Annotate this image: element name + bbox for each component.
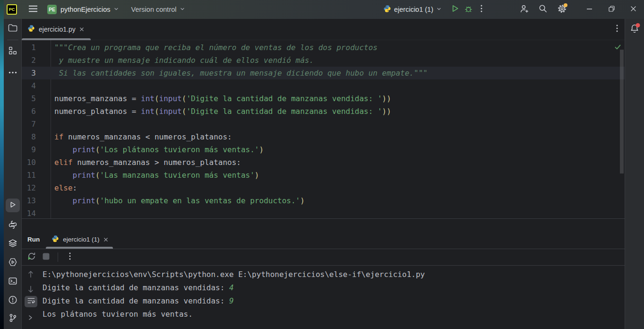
hexagon-play-icon <box>8 258 17 268</box>
code-token: Digite la cantidad de manzanas vendidas: <box>43 283 229 292</box>
editor-scrollbar[interactable] <box>620 50 624 173</box>
soft-wrap-toggle[interactable] <box>25 296 37 307</box>
scroll-up-button[interactable] <box>27 270 34 278</box>
code-line[interactable]: 5numeros_manzanas = int(input('Digite la… <box>22 92 625 105</box>
line-number[interactable]: 1 <box>22 41 36 54</box>
notification-dot <box>636 23 640 27</box>
line-number[interactable]: 14 <box>22 207 36 218</box>
rerun-button[interactable] <box>26 251 38 263</box>
code-token: int <box>141 107 155 116</box>
code-line[interactable]: 3 Si las cantidades son iguales, muestra… <box>22 67 625 79</box>
git-tool-button[interactable] <box>8 313 17 324</box>
code-line[interactable]: 2 y muestre un mensaje indicando cuál de… <box>22 54 625 67</box>
rerun-icon <box>27 252 36 262</box>
line-number[interactable]: 6 <box>22 105 36 118</box>
line-number[interactable]: 9 <box>22 143 36 156</box>
chevron-down-icon <box>180 6 185 13</box>
line-number[interactable]: 5 <box>22 92 36 105</box>
run-tab-ejercicio1[interactable]: ejercicio1 (1) <box>52 235 108 244</box>
code-line[interactable]: 12else: <box>22 182 625 194</box>
version-control-selector[interactable]: Version control <box>131 6 185 13</box>
code-text: if numeros_manzanas < numeros_platanos: <box>36 130 232 143</box>
line-number[interactable]: 4 <box>22 79 36 92</box>
code-token: if <box>54 132 68 141</box>
code-editor[interactable]: 1"""Crea un programa que reciba el númer… <box>22 40 625 218</box>
run-configuration-selector[interactable]: ejercicio1 (1) <box>383 5 442 15</box>
chevron-down-icon <box>436 5 442 14</box>
run-tool-window-header: Run ejercicio1 (1) <box>22 230 625 249</box>
code-line[interactable]: 6numeros_platanos = int(input('Digite la… <box>22 105 625 118</box>
line-number[interactable]: 11 <box>22 169 36 182</box>
code-token: else <box>54 183 73 192</box>
expand-chevron-button[interactable] <box>28 315 33 320</box>
code-text <box>36 79 54 92</box>
python-console-tool-button[interactable] <box>8 258 17 268</box>
code-token: ( <box>95 196 100 205</box>
code-line[interactable]: 8if numeros_manzanas < numeros_platanos: <box>22 130 625 143</box>
line-number[interactable]: 8 <box>22 130 36 143</box>
tab-options-button[interactable] <box>616 25 618 34</box>
line-number[interactable]: 3 <box>22 67 36 79</box>
code-line[interactable]: 13 print('hubo un empate en las ventas d… <box>22 194 625 207</box>
stop-button[interactable] <box>40 251 52 263</box>
search-everywhere-button[interactable] <box>536 3 550 16</box>
hamburger-icon <box>28 5 38 14</box>
notifications-button[interactable] <box>630 24 640 35</box>
kebab-menu-icon <box>481 5 482 14</box>
line-number[interactable]: 2 <box>22 54 36 67</box>
code-line[interactable]: 1"""Crea un programa que reciba el númer… <box>22 41 625 54</box>
code-token: ( <box>182 107 187 116</box>
code-line[interactable]: 11 print('Las manzanas tuvieron más vent… <box>22 169 625 182</box>
line-number[interactable]: 13 <box>22 194 36 207</box>
code-line[interactable]: 4 <box>22 79 625 92</box>
code-line[interactable]: 9 print('Los plátanos tuvieron más venta… <box>22 143 625 156</box>
structure-tool-button[interactable] <box>9 46 17 57</box>
restore-button[interactable] <box>601 0 622 19</box>
restore-icon <box>609 5 615 14</box>
code-text: """Crea un programa que reciba el número… <box>36 41 378 54</box>
services-tool-button[interactable] <box>8 239 17 250</box>
tab-ejercicio1-py[interactable]: ejercicio1.py <box>22 19 91 40</box>
python-packages-tool-button[interactable] <box>8 220 17 231</box>
main-menu-button[interactable] <box>26 3 40 16</box>
run-tool-button[interactable] <box>6 199 20 212</box>
code-line[interactable]: 7 <box>22 118 625 130</box>
run-tab-close-icon[interactable] <box>103 235 108 244</box>
code-token: : <box>73 183 77 192</box>
settings-button[interactable] <box>555 3 568 16</box>
run-config-label: ejercicio1 (1) <box>394 6 433 13</box>
code-with-me-button[interactable] <box>517 3 531 16</box>
main-area: ejercicio1.py 1"""Crea un programa que r… <box>22 19 625 329</box>
close-button[interactable] <box>622 0 644 19</box>
problems-tool-button[interactable] <box>8 295 17 306</box>
code-token: 'hubo un empate en las ventas de product… <box>100 196 300 205</box>
code-token: numeros_platanos = <box>54 107 141 116</box>
code-token: 'Digite la cantidad de manzanas vendidas… <box>186 94 382 103</box>
terminal-tool-button[interactable] <box>8 277 17 287</box>
scroll-down-button[interactable] <box>27 286 34 293</box>
console-line: E:\pythonejercicios\env\Scripts\python.e… <box>43 268 625 281</box>
more-tool-windows-button[interactable] <box>9 67 17 76</box>
code-line[interactable]: 14 <box>22 207 625 218</box>
code-token: )) <box>382 94 391 103</box>
project-selector[interactable]: pythonEjercicios <box>60 6 119 13</box>
git-branch-icon <box>8 313 17 324</box>
stripe-divider <box>7 40 18 40</box>
title-bar: PC PE pythonEjercicios Version control e <box>4 0 644 19</box>
more-actions-button[interactable] <box>475 3 488 16</box>
minimize-button[interactable] <box>579 0 601 19</box>
editor-run-splitter[interactable] <box>22 218 625 230</box>
code-text: print('Los plátanos tuvieron más ventas.… <box>36 143 264 156</box>
tab-close-icon[interactable] <box>79 25 84 34</box>
inspections-check-icon[interactable] <box>614 42 621 54</box>
console-options-button[interactable] <box>64 251 76 263</box>
run-console[interactable]: E:\pythonejercicios\env\Scripts\python.e… <box>22 266 625 329</box>
project-tool-button[interactable] <box>8 24 17 34</box>
line-number[interactable]: 12 <box>22 182 36 194</box>
code-line[interactable]: 10elif numeros_manzanas > numeros_platan… <box>22 156 625 169</box>
line-number[interactable]: 7 <box>22 118 36 130</box>
line-number[interactable]: 10 <box>22 156 36 169</box>
run-button[interactable] <box>448 3 462 16</box>
structure-icon <box>9 46 17 57</box>
debug-button[interactable] <box>462 3 475 16</box>
